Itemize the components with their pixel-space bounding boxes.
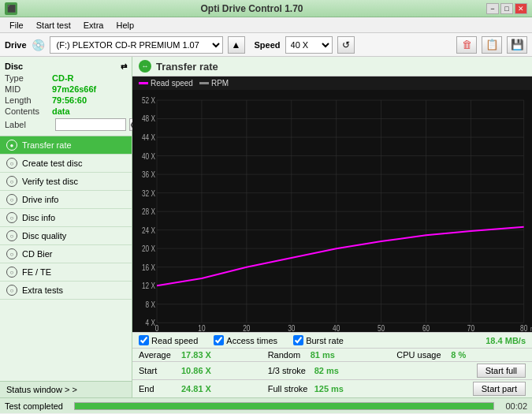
checkbox-read-speed: Read speed [139,335,198,345]
cpu-usage-label: CPU usage [396,350,448,360]
svg-text:40: 40 [333,323,340,332]
svg-text:0: 0 [155,323,159,332]
nav-disc-quality-icon: ○ [6,230,17,241]
disc-label-row: Label ⚙ [0,117,132,132]
nav-transfer-rate[interactable]: ● Transfer rate [0,136,132,155]
right-panel: ↔ Transfer rate Read speed RPM [132,57,532,397]
drive-label: Drive [5,40,27,50]
status-time: 00:02 [505,401,527,411]
nav-fe-te-label: FE / TE [22,267,51,277]
disc-type-key: Type [5,73,52,83]
disc-type-val: CD-R [52,73,74,83]
nav-drive-info[interactable]: ○ Drive info [0,191,132,209]
access-times-checkbox[interactable] [214,335,224,345]
speed-arrow-button[interactable]: ↺ [337,36,355,54]
svg-text:32 X: 32 X [142,188,156,198]
save-button[interactable]: 💾 [507,36,527,54]
chart-legend: Read speed RPM [132,76,532,90]
legend-read-speed-color [139,82,148,84]
svg-text:40 X: 40 X [142,151,156,161]
full-stroke-label: Full stroke [268,384,311,393]
cpu-usage-val: 8 % [451,350,466,360]
nav-disc-info[interactable]: ○ Disc info [0,209,132,227]
burst-rate-checkbox[interactable] [293,335,303,345]
start-part-button[interactable]: Start part [473,382,526,396]
progress-bar [74,402,494,410]
nav-transfer-rate-label: Transfer rate [22,140,72,150]
svg-text:12 X: 12 X [142,281,156,290]
one-third-stroke-label: 1/3 stroke [268,366,311,375]
menu-start-test[interactable]: Start test [30,19,77,32]
chart-svg: 52 X 48 X 44 X 40 X 36 X 32 X 28 X 24 X … [132,90,532,332]
one-third-stroke-val: 82 ms [314,366,346,375]
average-label: Average [139,350,178,360]
close-button[interactable]: ✕ [515,3,527,14]
progress-bar-fill [75,403,493,409]
svg-text:28 X: 28 X [142,207,156,216]
drive-select[interactable]: (F:) PLEXTOR CD-R PREMIUM 1.07 [50,36,223,54]
disc-length-val: 79:56:60 [52,95,87,105]
svg-text:30: 30 [288,323,295,332]
window-controls: − □ ✕ [486,3,527,14]
main-layout: Disc ⇄ Type CD-R MID 97m26s66f Length 79… [0,57,532,397]
disc-label-key: Label [5,120,52,129]
legend-read-speed: Read speed [139,79,193,88]
average-val: 17.83 X [181,350,225,360]
svg-text:24 X: 24 X [142,226,156,235]
menu-bar: File Start test Extra Help [0,17,532,33]
nav-disc-quality[interactable]: ○ Disc quality [0,227,132,245]
end-label: End [139,384,178,393]
legend-rpm-label: RPM [211,79,229,88]
app-icon: ⬛ [5,2,17,15]
svg-text:10: 10 [198,323,205,332]
nav-disc-quality-label: Disc quality [22,231,66,241]
drive-up-button[interactable]: ▲ [228,36,245,54]
minimize-button[interactable]: − [486,3,499,14]
svg-text:60: 60 [422,323,430,332]
svg-text:20 X: 20 X [142,244,156,253]
nav-create-test-disc-icon: ○ [6,158,17,169]
nav-transfer-rate-icon: ● [6,140,17,151]
nav-extra-tests-icon: ○ [6,285,17,296]
menu-extra[interactable]: Extra [77,19,110,32]
nav-disc-info-label: Disc info [22,213,55,222]
nav-verify-test-disc[interactable]: ○ Verify test disc [0,173,132,191]
status-text: Test completed [5,401,63,411]
disc-length-row: Length 79:56:60 [0,95,132,106]
checkbox-access-times: Access times [214,335,277,345]
maximize-button[interactable]: □ [500,3,513,14]
speed-select[interactable]: 40 X [285,36,333,54]
read-speed-checkbox[interactable] [139,335,149,345]
menu-file[interactable]: File [3,19,30,32]
erase-button[interactable]: 🗑 [456,36,477,54]
status-bar: Test completed 00:02 [0,397,532,413]
legend-read-speed-label: Read speed [151,79,193,88]
drive-bar: Drive 💿 (F:) PLEXTOR CD-R PREMIUM 1.07 ▲… [0,33,532,57]
chart-container: 52 X 48 X 44 X 40 X 36 X 32 X 28 X 24 X … [132,90,532,332]
status-window-label: Status window > > [6,385,77,394]
nav-disc-info-icon: ○ [6,212,17,223]
menu-help[interactable]: Help [110,19,140,32]
svg-text:70: 70 [467,323,474,332]
disc-collapse-button[interactable]: ⇄ [121,62,127,71]
disc-section: Disc ⇄ Type CD-R MID 97m26s66f Length 79… [0,57,132,136]
nav-fe-te[interactable]: ○ FE / TE [0,263,132,282]
status-window-button[interactable]: Status window > > [0,381,132,397]
nav-cd-bier[interactable]: ○ CD Bier [0,245,132,263]
copy-button[interactable]: 📋 [482,36,502,54]
nav-drive-info-label: Drive info [22,195,58,204]
svg-text:50: 50 [378,323,385,332]
legend-rpm-color [199,82,209,84]
access-times-checkbox-label: Access times [226,336,277,345]
random-label: Random [268,350,307,360]
disc-label-input[interactable] [55,118,126,131]
start-val: 10.86 X [181,366,225,375]
chart-header: ↔ Transfer rate [132,57,532,76]
nav-extra-tests[interactable]: ○ Extra tests [0,282,132,300]
random-val: 81 ms [311,350,342,360]
start-full-button[interactable]: Start full [477,364,526,378]
svg-text:20: 20 [243,323,250,332]
start-label: Start [139,366,178,375]
nav-cd-bier-label: CD Bier [22,249,53,259]
nav-create-test-disc[interactable]: ○ Create test disc [0,155,132,173]
